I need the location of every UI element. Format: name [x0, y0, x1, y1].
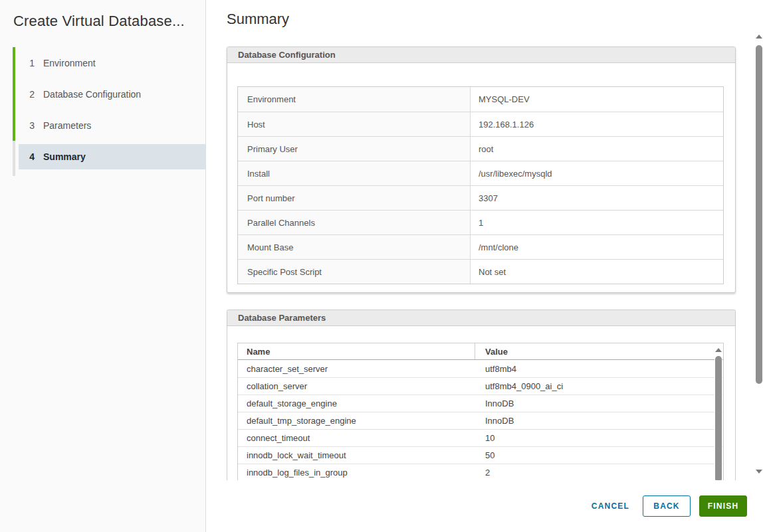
row-label: Environment — [238, 87, 471, 112]
row-value: MYSQL-DEV — [471, 87, 723, 112]
step-label: Parameters — [43, 120, 91, 131]
scroll-up-icon[interactable] — [756, 35, 762, 39]
table-row: connect_timeout 10 — [238, 429, 723, 446]
row-label: Install — [238, 161, 471, 185]
wizard-scroll-area: Summary Database Configuration Environme… — [206, 0, 763, 480]
table-row: default_storage_engine InnoDB — [238, 395, 723, 412]
step-parameters[interactable]: 3 Parameters — [0, 110, 205, 141]
database-configuration-table: Environment MYSQL-DEV Host 192.168.1.126… — [237, 86, 724, 284]
wizard-footer: CANCEL BACK FINISH — [206, 480, 763, 532]
scrollbar-thumb[interactable] — [756, 45, 762, 384]
back-button[interactable]: BACK — [643, 495, 691, 517]
step-label: Database Configuration — [43, 89, 141, 100]
row-value: Not set — [471, 260, 723, 284]
table-row: Parallel Channels 1 — [238, 210, 723, 234]
row-value: 3307 — [471, 186, 723, 210]
table-row: Install /usr/libexec/mysqld — [238, 161, 723, 185]
row-value: 192.168.1.126 — [471, 112, 723, 136]
table-row: innodb_log_files_in_group 2 — [238, 464, 723, 480]
param-value: 10 — [475, 430, 723, 446]
column-header-value: Value — [475, 343, 723, 359]
create-virtual-database-wizard: Create Virtual Database... 1 Environment… — [0, 0, 763, 532]
param-name: innodb_log_files_in_group — [238, 464, 475, 480]
finish-button[interactable]: FINISH — [699, 495, 747, 517]
content-scrollbar[interactable] — [756, 33, 762, 476]
cancel-button[interactable]: CANCEL — [585, 495, 636, 517]
param-name: collation_server — [238, 378, 475, 395]
table-row: Host 192.168.1.126 — [238, 112, 723, 136]
step-label: Environment — [43, 58, 96, 68]
database-configuration-panel-body: Environment MYSQL-DEV Host 192.168.1.126… — [227, 63, 735, 292]
param-value: utf8mb4_0900_ai_ci — [475, 378, 723, 395]
parameters-table-scrollbar[interactable] — [714, 344, 722, 480]
database-parameters-panel-title: Database Parameters — [227, 310, 735, 326]
step-number: 3 — [27, 120, 35, 131]
scrollbar-thumb[interactable] — [715, 356, 722, 480]
param-value: utf8mb4 — [475, 360, 723, 377]
database-parameters-panel-body: Name Value character_set_server utf8mb4 … — [227, 326, 735, 480]
row-value: /usr/libexec/mysqld — [471, 161, 723, 185]
param-name: innodb_lock_wait_timeout — [238, 447, 475, 464]
wizard-step-list: 1 Environment 2 Database Configuration 3… — [0, 47, 205, 169]
wizard-sidebar: Create Virtual Database... 1 Environment… — [0, 0, 206, 532]
table-header-row: Name Value — [238, 343, 723, 360]
param-name: default_storage_engine — [238, 395, 475, 412]
step-number: 1 — [27, 58, 35, 68]
table-row: Mount Base /mnt/clone — [238, 234, 723, 259]
table-row: Environment MYSQL-DEV — [238, 87, 723, 112]
scroll-down-icon[interactable] — [756, 470, 762, 474]
wizard-content: Summary Database Configuration Environme… — [206, 0, 763, 532]
param-name: character_set_server — [238, 360, 475, 377]
param-value: 2 — [475, 464, 723, 480]
row-label: Parallel Channels — [238, 211, 471, 234]
table-row: Primary User root — [238, 136, 723, 161]
row-label: Mount Base — [238, 235, 471, 259]
param-value: InnoDB — [475, 412, 723, 429]
database-parameters-panel: Database Parameters Name Value character… — [227, 310, 736, 480]
param-value: 50 — [475, 447, 723, 464]
table-row: Port number 3307 — [238, 185, 723, 210]
page-title: Summary — [227, 11, 289, 28]
row-value: /mnt/clone — [471, 235, 723, 259]
row-label: Host — [238, 112, 471, 136]
column-header-name: Name — [238, 343, 475, 359]
table-row: innodb_lock_wait_timeout 50 — [238, 446, 723, 464]
table-row: character_set_server utf8mb4 — [238, 360, 723, 377]
row-label: Specific Post Script — [238, 260, 471, 284]
step-summary-selected[interactable]: 4 Summary — [19, 144, 205, 169]
row-label: Primary User — [238, 137, 471, 161]
table-row: default_tmp_storage_engine InnoDB — [238, 412, 723, 429]
database-parameters-table: Name Value character_set_server utf8mb4 … — [237, 343, 724, 480]
step-label: Summary — [43, 151, 86, 162]
table-row: Specific Post Script Not set — [238, 259, 723, 284]
database-configuration-panel-title: Database Configuration — [227, 47, 735, 63]
step-number: 2 — [27, 89, 35, 100]
param-name: default_tmp_storage_engine — [238, 412, 475, 429]
step-number: 4 — [27, 151, 35, 162]
database-configuration-panel: Database Configuration Environment MYSQL… — [227, 46, 736, 293]
scroll-up-icon[interactable] — [715, 348, 722, 352]
row-label: Port number — [238, 186, 471, 210]
wizard-title: Create Virtual Database... — [13, 13, 185, 30]
step-environment[interactable]: 1 Environment — [0, 47, 205, 78]
row-value: 1 — [471, 211, 723, 234]
param-name: connect_timeout — [238, 430, 475, 446]
table-row: collation_server utf8mb4_0900_ai_ci — [238, 377, 723, 395]
param-value: InnoDB — [475, 395, 723, 412]
row-value: root — [471, 137, 723, 161]
step-database-configuration[interactable]: 2 Database Configuration — [0, 78, 205, 110]
